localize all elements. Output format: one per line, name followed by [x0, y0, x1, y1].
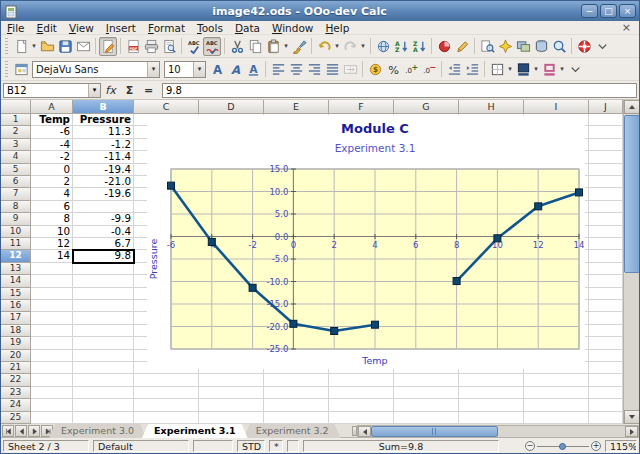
cell-J11[interactable] [589, 238, 623, 250]
cell-A1[interactable]: Temp [31, 114, 73, 126]
cell-A12[interactable]: 14 [31, 250, 73, 262]
status-zoom-level[interactable]: 115% [605, 440, 637, 452]
cell-A10[interactable]: 10 [31, 226, 73, 238]
cell-H23[interactable] [459, 387, 524, 399]
vertical-scroll-thumb[interactable] [624, 115, 640, 273]
row-header-5[interactable]: 5 [1, 164, 31, 176]
menu-file[interactable]: File [1, 21, 31, 35]
cell-A23[interactable] [31, 387, 73, 399]
menu-insert[interactable]: Insert [100, 21, 142, 35]
row-header-18[interactable]: 18 [1, 325, 31, 337]
row-header-22[interactable]: 22 [1, 374, 31, 386]
row-header-17[interactable]: 17 [1, 312, 31, 324]
cell-G24[interactable] [394, 399, 459, 411]
cell-D24[interactable] [199, 399, 264, 411]
row-header-6[interactable]: 6 [1, 176, 31, 188]
cell-B6[interactable]: -21.0 [73, 176, 134, 188]
cell-J7[interactable] [589, 188, 623, 200]
cell-B17[interactable] [73, 312, 134, 324]
row-header-12[interactable]: 12 [1, 250, 31, 262]
new-document-button[interactable] [12, 37, 30, 56]
row-header-20[interactable]: 20 [1, 350, 31, 362]
auto-spellcheck-button[interactable]: ABC [203, 37, 221, 56]
show-draw-functions-button[interactable] [453, 37, 471, 56]
cell-A17[interactable] [31, 312, 73, 324]
cell-J18[interactable] [589, 325, 623, 337]
tab-nav-prev-button[interactable] [15, 425, 27, 437]
cell-B7[interactable]: -19.6 [73, 188, 134, 200]
column-header-H[interactable]: H [459, 100, 524, 114]
cell-B3[interactable]: -1.2 [73, 139, 134, 151]
cell-B15[interactable] [73, 288, 134, 300]
column-header-G[interactable]: G [394, 100, 459, 114]
edit-file-button[interactable] [99, 37, 117, 56]
menu-edit[interactable]: Edit [31, 21, 63, 35]
sum-button[interactable]: Σ [120, 82, 139, 98]
print-button[interactable] [142, 37, 160, 56]
row-header-14[interactable]: 14 [1, 275, 31, 287]
row-header-23[interactable]: 23 [1, 387, 31, 399]
sort-descending-button[interactable]: ZA [410, 37, 428, 56]
cell-J22[interactable] [589, 374, 623, 386]
cell-A18[interactable] [31, 325, 73, 337]
redo-dropdown-icon[interactable]: ▾ [359, 37, 367, 56]
cell-A11[interactable]: 12 [31, 238, 73, 250]
find-replace-button[interactable] [478, 37, 496, 56]
horizontal-scrollbar[interactable] [357, 425, 639, 438]
cell-B10[interactable]: -0.4 [73, 226, 134, 238]
cell-J19[interactable] [589, 337, 623, 349]
cell-A13[interactable] [31, 263, 73, 275]
cut-button[interactable] [228, 37, 246, 56]
cell-C24[interactable] [134, 399, 199, 411]
column-header-F[interactable]: F [329, 100, 394, 114]
row-header-21[interactable]: 21 [1, 362, 31, 374]
cell-B1[interactable]: Pressure [73, 114, 134, 126]
cell-J8[interactable] [589, 201, 623, 213]
cell-A20[interactable] [31, 350, 73, 362]
cell-C23[interactable] [134, 387, 199, 399]
cell-F23[interactable] [329, 387, 394, 399]
cell-H22[interactable] [459, 374, 524, 386]
cell-C22[interactable] [134, 374, 199, 386]
minimize-button[interactable]: − [581, 4, 598, 18]
styles-and-formatting-button[interactable] [12, 60, 30, 79]
align-center-button[interactable] [287, 60, 305, 79]
cell-E24[interactable] [264, 399, 329, 411]
column-header-C[interactable]: C [134, 100, 199, 114]
zoom-slider-handle[interactable] [559, 443, 566, 450]
cell-B23[interactable] [73, 387, 134, 399]
scroll-down-button[interactable] [624, 410, 640, 424]
row-header-3[interactable]: 3 [1, 139, 31, 151]
cell-A9[interactable]: 8 [31, 213, 73, 225]
row-header-10[interactable]: 10 [1, 226, 31, 238]
row-header-25[interactable]: 25 [1, 412, 31, 424]
cell-B2[interactable]: 11.3 [73, 126, 134, 138]
column-header-I[interactable]: I [524, 100, 589, 114]
toolbar-drag-handle[interactable] [4, 38, 10, 55]
cell-B11[interactable]: 6.7 [73, 238, 134, 250]
cell-B8[interactable] [73, 201, 134, 213]
cell-B16[interactable] [73, 300, 134, 312]
borders-button[interactable] [488, 60, 506, 79]
cell-A15[interactable] [31, 288, 73, 300]
cell-J20[interactable] [589, 350, 623, 362]
cell-B12[interactable]: 9.8 [73, 250, 134, 262]
tab-nav-next-button[interactable] [28, 425, 40, 437]
cell-H24[interactable] [459, 399, 524, 411]
cell-I23[interactable] [524, 387, 589, 399]
menu-window[interactable]: Window [266, 21, 319, 35]
cell-B22[interactable] [73, 374, 134, 386]
maximize-button[interactable]: □ [600, 4, 617, 18]
row-header-16[interactable]: 16 [1, 300, 31, 312]
align-right-button[interactable] [305, 60, 323, 79]
cell-B24[interactable] [73, 399, 134, 411]
cell-J15[interactable] [589, 288, 623, 300]
border-color-button[interactable] [540, 60, 558, 79]
cell-I25[interactable] [524, 412, 589, 424]
sheet-tab-experiment-3-2[interactable]: Experiment 3.2 [244, 424, 341, 438]
cell-B14[interactable] [73, 275, 134, 287]
column-header-A[interactable]: A [31, 100, 73, 114]
cell-C25[interactable] [134, 412, 199, 424]
cell-J5[interactable] [589, 164, 623, 176]
zoom-out-icon[interactable]: − [525, 441, 535, 451]
